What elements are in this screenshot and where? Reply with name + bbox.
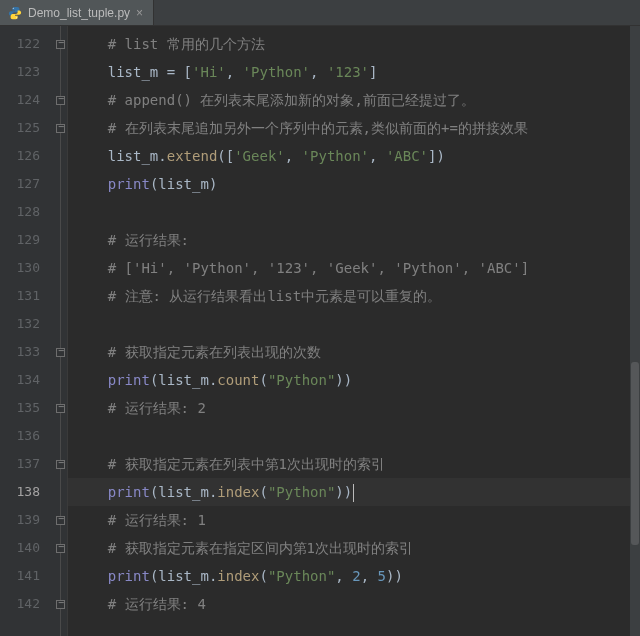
code-line[interactable]: # 注意: 从运行结果看出list中元素是可以重复的。 xyxy=(74,282,640,310)
code-line[interactable]: print(list_m) xyxy=(74,170,640,198)
line-number: 133 xyxy=(0,338,40,366)
line-number: 122 xyxy=(0,30,40,58)
line-number: 125 xyxy=(0,114,40,142)
line-number: 136 xyxy=(0,422,40,450)
code-line[interactable] xyxy=(74,310,640,338)
line-number: 127 xyxy=(0,170,40,198)
line-number: 131 xyxy=(0,282,40,310)
line-number: 139 xyxy=(0,506,40,534)
fold-toggle-icon[interactable] xyxy=(56,516,65,525)
line-number: 129 xyxy=(0,226,40,254)
code-line[interactable]: # 获取指定元素在列表中第1次出现时的索引 xyxy=(74,450,640,478)
svg-point-1 xyxy=(16,17,17,18)
vertical-scrollbar[interactable] xyxy=(630,26,640,636)
fold-toggle-icon[interactable] xyxy=(56,600,65,609)
close-tab-icon[interactable]: × xyxy=(136,6,143,20)
line-number: 132 xyxy=(0,310,40,338)
code-line[interactable]: # 获取指定元素在指定区间内第1次出现时的索引 xyxy=(74,534,640,562)
line-number: 137 xyxy=(0,450,40,478)
code-line[interactable]: # 在列表末尾追加另外一个序列中的元素,类似前面的+=的拼接效果 xyxy=(74,114,640,142)
python-file-icon xyxy=(8,6,22,20)
line-number: 141 xyxy=(0,562,40,590)
line-number: 142 xyxy=(0,590,40,618)
fold-toggle-icon[interactable] xyxy=(56,460,65,469)
tab-bar: Demo_list_tuple.py × xyxy=(0,0,640,26)
code-line[interactable]: list_m.extend(['Geek', 'Python', 'ABC']) xyxy=(74,142,640,170)
fold-toggle-icon[interactable] xyxy=(56,40,65,49)
line-number: 130 xyxy=(0,254,40,282)
code-line[interactable]: print(list_m.index("Python", 2, 5)) xyxy=(74,562,640,590)
code-line[interactable]: list_m = ['Hi', 'Python', '123'] xyxy=(74,58,640,86)
tab-filename: Demo_list_tuple.py xyxy=(28,6,130,20)
code-line[interactable]: # append() 在列表末尾添加新的对象,前面已经提过了。 xyxy=(74,86,640,114)
code-line[interactable]: # ['Hi', 'Python', '123', 'Geek', 'Pytho… xyxy=(74,254,640,282)
line-number: 124 xyxy=(0,86,40,114)
line-number: 126 xyxy=(0,142,40,170)
fold-toggle-icon[interactable] xyxy=(56,544,65,553)
line-number-gutter: 1221231241251261271281291301311321331341… xyxy=(0,26,54,636)
code-area[interactable]: # list 常用的几个方法 list_m = ['Hi', 'Python',… xyxy=(68,26,640,636)
code-line[interactable] xyxy=(74,198,640,226)
fold-toggle-icon[interactable] xyxy=(56,96,65,105)
scrollbar-thumb[interactable] xyxy=(631,362,639,545)
code-line[interactable]: print(list_m.index("Python")) xyxy=(68,478,640,506)
fold-column xyxy=(54,26,68,636)
code-editor[interactable]: 1221231241251261271281291301311321331341… xyxy=(0,26,640,636)
code-line[interactable]: # 运行结果: xyxy=(74,226,640,254)
line-number: 134 xyxy=(0,366,40,394)
code-line[interactable]: print(list_m.count("Python")) xyxy=(74,366,640,394)
code-line[interactable]: # 获取指定元素在列表出现的次数 xyxy=(74,338,640,366)
line-number: 138 xyxy=(0,478,40,506)
line-number: 140 xyxy=(0,534,40,562)
line-number: 128 xyxy=(0,198,40,226)
code-line[interactable] xyxy=(74,422,640,450)
text-caret xyxy=(353,484,354,502)
code-line[interactable]: # list 常用的几个方法 xyxy=(74,30,640,58)
code-line[interactable]: # 运行结果: 2 xyxy=(74,394,640,422)
code-line[interactable]: # 运行结果: 4 xyxy=(74,590,640,618)
code-line[interactable]: # 运行结果: 1 xyxy=(74,506,640,534)
fold-toggle-icon[interactable] xyxy=(56,124,65,133)
fold-toggle-icon[interactable] xyxy=(56,348,65,357)
line-number: 123 xyxy=(0,58,40,86)
svg-point-0 xyxy=(13,7,14,8)
file-tab[interactable]: Demo_list_tuple.py × xyxy=(0,0,154,25)
fold-toggle-icon[interactable] xyxy=(56,404,65,413)
line-number: 135 xyxy=(0,394,40,422)
